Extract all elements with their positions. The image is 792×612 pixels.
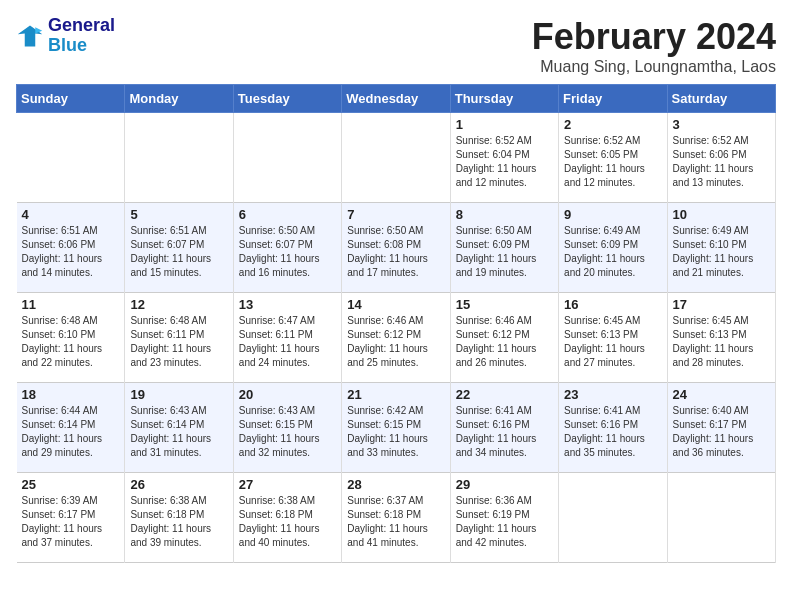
day-info: Sunrise: 6:48 AM Sunset: 6:10 PM Dayligh… bbox=[22, 315, 103, 368]
day-cell: 15Sunrise: 6:46 AM Sunset: 6:12 PM Dayli… bbox=[450, 293, 558, 383]
day-number: 22 bbox=[456, 387, 553, 402]
week-row-4: 25Sunrise: 6:39 AM Sunset: 6:17 PM Dayli… bbox=[17, 473, 776, 563]
day-cell bbox=[667, 473, 775, 563]
day-info: Sunrise: 6:46 AM Sunset: 6:12 PM Dayligh… bbox=[347, 315, 428, 368]
day-number: 29 bbox=[456, 477, 553, 492]
week-row-1: 4Sunrise: 6:51 AM Sunset: 6:06 PM Daylig… bbox=[17, 203, 776, 293]
day-info: Sunrise: 6:50 AM Sunset: 6:08 PM Dayligh… bbox=[347, 225, 428, 278]
day-number: 3 bbox=[673, 117, 770, 132]
day-number: 25 bbox=[22, 477, 120, 492]
day-number: 18 bbox=[22, 387, 120, 402]
day-cell: 1Sunrise: 6:52 AM Sunset: 6:04 PM Daylig… bbox=[450, 113, 558, 203]
day-cell: 19Sunrise: 6:43 AM Sunset: 6:14 PM Dayli… bbox=[125, 383, 233, 473]
day-info: Sunrise: 6:45 AM Sunset: 6:13 PM Dayligh… bbox=[673, 315, 754, 368]
header-cell-tuesday: Tuesday bbox=[233, 85, 341, 113]
day-number: 17 bbox=[673, 297, 770, 312]
day-number: 5 bbox=[130, 207, 227, 222]
logo-line1: General bbox=[48, 16, 115, 36]
day-info: Sunrise: 6:37 AM Sunset: 6:18 PM Dayligh… bbox=[347, 495, 428, 548]
day-info: Sunrise: 6:43 AM Sunset: 6:15 PM Dayligh… bbox=[239, 405, 320, 458]
day-cell bbox=[125, 113, 233, 203]
day-cell bbox=[233, 113, 341, 203]
day-info: Sunrise: 6:52 AM Sunset: 6:05 PM Dayligh… bbox=[564, 135, 645, 188]
day-number: 20 bbox=[239, 387, 336, 402]
day-info: Sunrise: 6:49 AM Sunset: 6:09 PM Dayligh… bbox=[564, 225, 645, 278]
day-number: 28 bbox=[347, 477, 444, 492]
day-info: Sunrise: 6:49 AM Sunset: 6:10 PM Dayligh… bbox=[673, 225, 754, 278]
calendar-table: SundayMondayTuesdayWednesdayThursdayFrid… bbox=[16, 84, 776, 563]
day-cell: 28Sunrise: 6:37 AM Sunset: 6:18 PM Dayli… bbox=[342, 473, 450, 563]
day-info: Sunrise: 6:52 AM Sunset: 6:04 PM Dayligh… bbox=[456, 135, 537, 188]
day-cell: 4Sunrise: 6:51 AM Sunset: 6:06 PM Daylig… bbox=[17, 203, 125, 293]
day-cell: 14Sunrise: 6:46 AM Sunset: 6:12 PM Dayli… bbox=[342, 293, 450, 383]
week-row-3: 18Sunrise: 6:44 AM Sunset: 6:14 PM Dayli… bbox=[17, 383, 776, 473]
svg-marker-0 bbox=[18, 25, 43, 46]
day-number: 16 bbox=[564, 297, 661, 312]
day-number: 12 bbox=[130, 297, 227, 312]
day-cell bbox=[559, 473, 667, 563]
day-cell bbox=[342, 113, 450, 203]
day-number: 15 bbox=[456, 297, 553, 312]
day-cell: 16Sunrise: 6:45 AM Sunset: 6:13 PM Dayli… bbox=[559, 293, 667, 383]
day-number: 2 bbox=[564, 117, 661, 132]
day-cell: 24Sunrise: 6:40 AM Sunset: 6:17 PM Dayli… bbox=[667, 383, 775, 473]
day-info: Sunrise: 6:36 AM Sunset: 6:19 PM Dayligh… bbox=[456, 495, 537, 548]
header-row: SundayMondayTuesdayWednesdayThursdayFrid… bbox=[17, 85, 776, 113]
day-cell: 27Sunrise: 6:38 AM Sunset: 6:18 PM Dayli… bbox=[233, 473, 341, 563]
day-number: 26 bbox=[130, 477, 227, 492]
day-info: Sunrise: 6:50 AM Sunset: 6:07 PM Dayligh… bbox=[239, 225, 320, 278]
day-cell: 2Sunrise: 6:52 AM Sunset: 6:05 PM Daylig… bbox=[559, 113, 667, 203]
day-cell: 20Sunrise: 6:43 AM Sunset: 6:15 PM Dayli… bbox=[233, 383, 341, 473]
day-number: 10 bbox=[673, 207, 770, 222]
day-cell: 18Sunrise: 6:44 AM Sunset: 6:14 PM Dayli… bbox=[17, 383, 125, 473]
day-cell: 3Sunrise: 6:52 AM Sunset: 6:06 PM Daylig… bbox=[667, 113, 775, 203]
day-info: Sunrise: 6:50 AM Sunset: 6:09 PM Dayligh… bbox=[456, 225, 537, 278]
day-number: 6 bbox=[239, 207, 336, 222]
week-row-2: 11Sunrise: 6:48 AM Sunset: 6:10 PM Dayli… bbox=[17, 293, 776, 383]
day-number: 23 bbox=[564, 387, 661, 402]
header: General Blue February 2024 Muang Sing, L… bbox=[16, 16, 776, 76]
day-cell: 11Sunrise: 6:48 AM Sunset: 6:10 PM Dayli… bbox=[17, 293, 125, 383]
day-number: 24 bbox=[673, 387, 770, 402]
day-info: Sunrise: 6:51 AM Sunset: 6:07 PM Dayligh… bbox=[130, 225, 211, 278]
day-cell: 23Sunrise: 6:41 AM Sunset: 6:16 PM Dayli… bbox=[559, 383, 667, 473]
day-info: Sunrise: 6:51 AM Sunset: 6:06 PM Dayligh… bbox=[22, 225, 103, 278]
day-number: 11 bbox=[22, 297, 120, 312]
day-info: Sunrise: 6:46 AM Sunset: 6:12 PM Dayligh… bbox=[456, 315, 537, 368]
day-cell: 9Sunrise: 6:49 AM Sunset: 6:09 PM Daylig… bbox=[559, 203, 667, 293]
day-info: Sunrise: 6:41 AM Sunset: 6:16 PM Dayligh… bbox=[564, 405, 645, 458]
day-cell: 12Sunrise: 6:48 AM Sunset: 6:11 PM Dayli… bbox=[125, 293, 233, 383]
calendar-subtitle: Muang Sing, Loungnamtha, Laos bbox=[532, 58, 776, 76]
day-info: Sunrise: 6:43 AM Sunset: 6:14 PM Dayligh… bbox=[130, 405, 211, 458]
calendar-title: February 2024 bbox=[532, 16, 776, 58]
logo-line2: Blue bbox=[48, 36, 115, 56]
day-cell: 5Sunrise: 6:51 AM Sunset: 6:07 PM Daylig… bbox=[125, 203, 233, 293]
header-cell-friday: Friday bbox=[559, 85, 667, 113]
day-cell: 7Sunrise: 6:50 AM Sunset: 6:08 PM Daylig… bbox=[342, 203, 450, 293]
header-cell-wednesday: Wednesday bbox=[342, 85, 450, 113]
day-number: 14 bbox=[347, 297, 444, 312]
day-info: Sunrise: 6:38 AM Sunset: 6:18 PM Dayligh… bbox=[130, 495, 211, 548]
header-cell-monday: Monday bbox=[125, 85, 233, 113]
day-info: Sunrise: 6:42 AM Sunset: 6:15 PM Dayligh… bbox=[347, 405, 428, 458]
day-info: Sunrise: 6:44 AM Sunset: 6:14 PM Dayligh… bbox=[22, 405, 103, 458]
day-info: Sunrise: 6:41 AM Sunset: 6:16 PM Dayligh… bbox=[456, 405, 537, 458]
day-info: Sunrise: 6:52 AM Sunset: 6:06 PM Dayligh… bbox=[673, 135, 754, 188]
week-row-0: 1Sunrise: 6:52 AM Sunset: 6:04 PM Daylig… bbox=[17, 113, 776, 203]
day-number: 1 bbox=[456, 117, 553, 132]
day-number: 19 bbox=[130, 387, 227, 402]
day-number: 21 bbox=[347, 387, 444, 402]
day-cell: 22Sunrise: 6:41 AM Sunset: 6:16 PM Dayli… bbox=[450, 383, 558, 473]
calendar-body: 1Sunrise: 6:52 AM Sunset: 6:04 PM Daylig… bbox=[17, 113, 776, 563]
day-info: Sunrise: 6:39 AM Sunset: 6:17 PM Dayligh… bbox=[22, 495, 103, 548]
day-number: 9 bbox=[564, 207, 661, 222]
day-cell: 26Sunrise: 6:38 AM Sunset: 6:18 PM Dayli… bbox=[125, 473, 233, 563]
title-area: February 2024 Muang Sing, Loungnamtha, L… bbox=[532, 16, 776, 76]
day-cell: 21Sunrise: 6:42 AM Sunset: 6:15 PM Dayli… bbox=[342, 383, 450, 473]
day-info: Sunrise: 6:47 AM Sunset: 6:11 PM Dayligh… bbox=[239, 315, 320, 368]
day-cell: 29Sunrise: 6:36 AM Sunset: 6:19 PM Dayli… bbox=[450, 473, 558, 563]
day-info: Sunrise: 6:40 AM Sunset: 6:17 PM Dayligh… bbox=[673, 405, 754, 458]
day-number: 4 bbox=[22, 207, 120, 222]
day-cell: 6Sunrise: 6:50 AM Sunset: 6:07 PM Daylig… bbox=[233, 203, 341, 293]
logo-icon bbox=[16, 22, 44, 50]
